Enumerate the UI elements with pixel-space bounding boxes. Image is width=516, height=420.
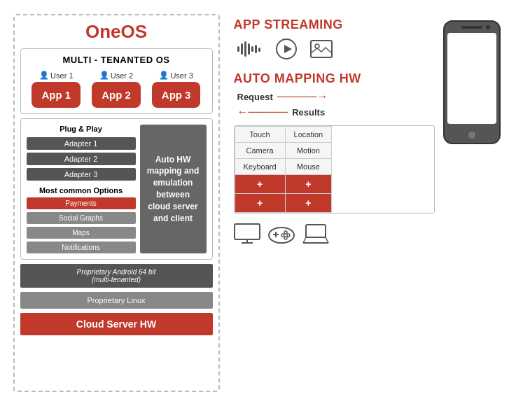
image-icon: [310, 40, 333, 62]
laptop-icon: [302, 224, 329, 248]
hw-table-cell: Camera: [235, 143, 285, 159]
right-content: APP STREAMING: [234, 18, 435, 249]
results-row: ←───── Results: [237, 106, 435, 118]
user-label-3: 👤 User 3: [159, 71, 193, 80]
hw-table-cell: +: [235, 175, 285, 194]
request-label: Request: [237, 92, 273, 102]
svg-point-19: [281, 234, 284, 237]
svg-rect-11: [235, 224, 260, 239]
hw-table-cell: +: [285, 194, 332, 213]
bottom-device-icons: [234, 223, 435, 249]
results-arrow-icon: ←─────: [237, 106, 288, 118]
hw-table-row: CameraMotion: [235, 143, 332, 159]
hw-table-cell: Location: [285, 127, 332, 143]
svg-rect-26: [461, 26, 482, 29]
svg-rect-2: [244, 41, 246, 57]
svg-point-27: [486, 25, 490, 29]
svg-rect-24: [447, 33, 496, 124]
user-icon-1: 👤: [39, 71, 49, 80]
user-label-1: 👤 User 1: [39, 71, 73, 80]
monitor-icon: [234, 223, 260, 249]
hw-table-row: ++: [235, 194, 332, 213]
hw-table-cell: Touch: [235, 127, 285, 143]
hw-grid: TouchLocationCameraMotionKeyboardMouse++…: [234, 125, 435, 214]
user-col-2: 👤 User 2 App 2: [92, 71, 141, 108]
phone-svg: [440, 18, 503, 147]
user-icon-2: 👤: [99, 71, 109, 80]
adapter-1: Adapter 1: [27, 137, 136, 150]
user-col-3: 👤 User 3 App 3: [152, 71, 201, 108]
auto-mapping-title: AUTO MAPPING HW: [234, 71, 435, 86]
adapters-col: Plug & Play Adapter 1 Adapter 2 Adapter …: [27, 125, 136, 253]
hw-table: TouchLocationCameraMotionKeyboardMouse++…: [235, 126, 333, 213]
hw-table-cell: Keyboard: [235, 159, 285, 175]
oneos-title: OneOS: [20, 21, 213, 43]
request-row: Request ─────→: [237, 90, 435, 103]
app-streaming-section: APP STREAMING: [234, 18, 435, 64]
left-panel: OneOS MULTI - TENANTED OS 👤 User 1 App 1…: [13, 14, 220, 392]
play-icon: [275, 38, 298, 64]
svg-rect-4: [251, 46, 253, 52]
option-notifications: Notifications: [27, 241, 136, 253]
request-arrow-icon: ─────→: [277, 90, 328, 103]
adapter-3: Adapter 3: [27, 168, 136, 181]
app-streaming-title: APP STREAMING: [234, 18, 435, 32]
svg-point-20: [284, 237, 287, 239]
option-social: Social Graphs: [27, 212, 136, 224]
gamepad-icon: [267, 224, 295, 248]
hw-table-cell: Motion: [285, 143, 332, 159]
svg-rect-1: [241, 43, 243, 55]
adapter-2: Adapter 2: [27, 153, 136, 165]
plug-play-title: Plug & Play: [27, 125, 136, 133]
svg-point-25: [468, 131, 476, 139]
svg-rect-5: [255, 45, 257, 53]
hw-table-row: ++: [235, 175, 332, 194]
streaming-icons-row: [237, 38, 435, 64]
results-label: Results: [292, 107, 325, 118]
most-common-title: Most common Options: [27, 186, 136, 195]
app2-button[interactable]: App 2: [92, 82, 141, 108]
users-row: 👤 User 1 App 1 👤 User 2 App 2 👤: [27, 71, 207, 108]
option-maps: Maps: [27, 227, 136, 239]
auto-hw-col: Auto HW mapping and emulation between cl…: [140, 125, 207, 253]
main-container: OneOS MULTI - TENANTED OS 👤 User 1 App 1…: [6, 7, 510, 413]
multi-tenanted-box: MULTI - TENANTED OS 👤 User 1 App 1 👤 Use…: [20, 48, 213, 114]
right-inner: APP STREAMING: [234, 18, 503, 249]
hw-table-cell: Mouse: [285, 159, 332, 175]
user-col-1: 👤 User 1 App 1: [32, 71, 81, 108]
request-results-row: Request ─────→ ←───── Results: [237, 90, 435, 118]
sound-wave-icon: [237, 41, 263, 62]
svg-rect-0: [237, 46, 239, 52]
hw-table-cell: +: [235, 194, 285, 213]
phone-area: [440, 18, 503, 249]
app1-button[interactable]: App 1: [32, 82, 81, 108]
layer-linux: Proprietary Linux: [20, 292, 213, 309]
option-payments: Payments: [27, 197, 136, 209]
svg-rect-3: [248, 43, 250, 55]
svg-rect-21: [306, 225, 326, 237]
hw-table-row: TouchLocation: [235, 127, 332, 143]
app3-button[interactable]: App 3: [152, 82, 201, 108]
right-panel: APP STREAMING: [234, 14, 503, 249]
user-label-2: 👤 User 2: [99, 71, 133, 80]
svg-point-17: [284, 231, 287, 234]
svg-rect-9: [311, 41, 332, 57]
svg-marker-8: [284, 45, 292, 53]
svg-point-18: [287, 234, 290, 237]
auto-mapping-section: AUTO MAPPING HW Request ─────→ ←───── Re…: [234, 71, 435, 249]
hw-table-cell: +: [285, 175, 332, 194]
layer-android: Proprietary Android 64 bit (multi-tenant…: [20, 264, 213, 288]
adapters-options-section: Plug & Play Adapter 1 Adapter 2 Adapter …: [20, 118, 213, 260]
layer-cloud: Cloud Server HW: [20, 313, 213, 335]
svg-rect-6: [258, 48, 260, 52]
user-icon-3: 👤: [159, 71, 169, 80]
hw-table-row: KeyboardMouse: [235, 159, 332, 175]
multi-tenanted-title: MULTI - TENANTED OS: [27, 55, 207, 65]
